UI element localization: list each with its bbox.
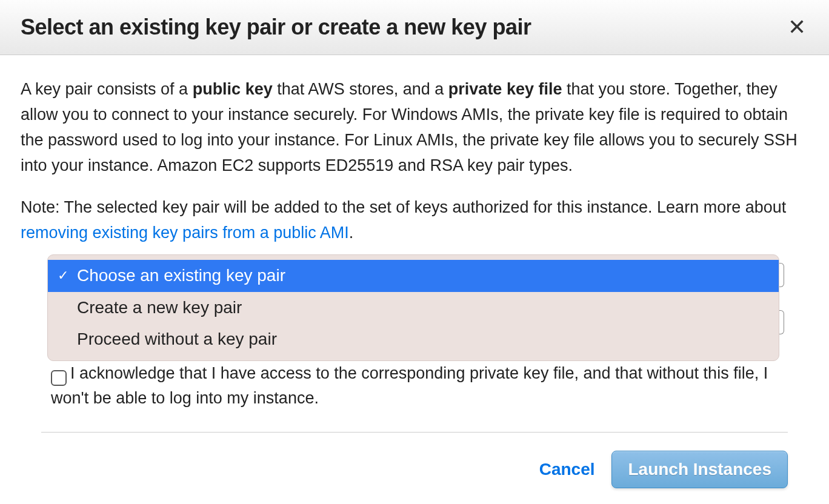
modal-header: Select an existing key pair or create a … [0,0,829,55]
note-prefix: Note: The selected key pair will be adde… [21,198,786,216]
launch-instances-button[interactable]: Launch Instances [611,451,788,488]
desc-text: that AWS stores, and a [273,80,448,98]
modal-title: Select an existing key pair or create a … [21,15,531,40]
check-icon: ✓ [58,266,68,285]
dropdown-option-proceed-without[interactable]: Proceed without a key pair [48,323,779,356]
close-icon[interactable]: ✕ [785,16,808,38]
note-suffix: . [349,224,354,242]
remove-keypairs-link[interactable]: removing existing key pairs from a publi… [21,224,349,242]
desc-bold-private-key: private key file [448,80,562,98]
option-label: Proceed without a key pair [77,330,277,348]
acknowledge-label: I acknowledge that I have access to the … [51,364,768,407]
modal-footer: Cancel Launch Instances [41,432,788,500]
description-text: A key pair consists of a public key that… [21,77,808,178]
acknowledge-checkbox[interactable] [51,370,67,386]
dropdown-option-choose-existing[interactable]: ✓ Choose an existing key pair [48,260,779,292]
option-label: Create a new key pair [77,298,242,317]
option-label: Choose an existing key pair [77,266,285,285]
dropdown-option-create-new[interactable]: Create a new key pair [48,292,779,324]
note-text: Note: The selected key pair will be adde… [21,195,808,246]
acknowledge-row: I acknowledge that I have access to the … [51,361,790,410]
modal-body: A key pair consists of a public key that… [0,55,829,504]
keypair-select-area: ✓ Choose an existing key pair Create a n… [51,254,776,350]
desc-text: A key pair consists of a [21,80,193,98]
cancel-button[interactable]: Cancel [539,460,595,479]
keypair-modal: Select an existing key pair or create a … [0,0,829,504]
desc-bold-public-key: public key [193,80,273,98]
keypair-dropdown-menu: ✓ Choose an existing key pair Create a n… [47,254,779,361]
